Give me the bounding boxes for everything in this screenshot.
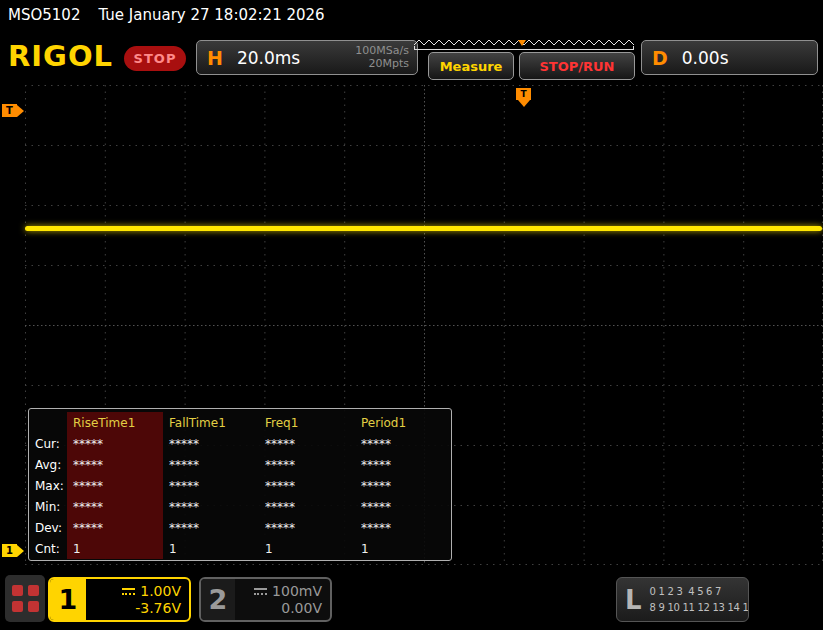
dc-coupling-icon bbox=[254, 588, 267, 595]
table-row: Cur: ***** ***** ***** ***** bbox=[33, 433, 451, 454]
row-label-cnt: Cnt: bbox=[33, 542, 67, 556]
model-name: MSO5102 bbox=[8, 6, 80, 24]
oscilloscope-screen: MSO5102 Tue January 27 18:02:21 2026 RIG… bbox=[0, 0, 823, 630]
table-row: Avg: ***** ***** ***** ***** bbox=[33, 454, 451, 475]
cell-value: ***** bbox=[355, 496, 447, 517]
cell-value: ***** bbox=[67, 496, 163, 517]
sample-rate: 100MSa/s bbox=[355, 45, 409, 58]
measure-col-period[interactable]: Period1 bbox=[355, 412, 447, 433]
cell-value: ***** bbox=[67, 475, 163, 496]
cell-value: ***** bbox=[259, 454, 355, 475]
channel1-waveform[interactable] bbox=[25, 226, 822, 231]
table-row: Max: ***** ***** ***** ***** bbox=[33, 475, 451, 496]
channel1-scale: 1.00V bbox=[140, 583, 181, 599]
row-label-cur: Cur: bbox=[33, 437, 67, 451]
cell-value: ***** bbox=[259, 475, 355, 496]
datetime: Tue January 27 18:02:21 2026 bbox=[98, 6, 324, 24]
measure-col-falltime[interactable]: FallTime1 bbox=[163, 412, 259, 433]
measure-button[interactable]: Measure bbox=[428, 52, 514, 80]
cell-value: 1 bbox=[355, 538, 447, 559]
channel2-offset: 0.00V bbox=[281, 600, 322, 616]
dc-coupling-icon bbox=[122, 588, 135, 595]
horizontal-settings-button[interactable]: H 20.0ms 100MSa/s 20Mpts bbox=[196, 40, 418, 75]
cell-value: ***** bbox=[259, 496, 355, 517]
channel1-offset: -3.76V bbox=[135, 600, 181, 616]
menu-grid-square bbox=[28, 585, 39, 596]
cell-value: ***** bbox=[67, 517, 163, 538]
cell-value: ***** bbox=[355, 517, 447, 538]
run-state-badge: STOP bbox=[124, 46, 186, 71]
cell-value: ***** bbox=[163, 496, 259, 517]
channel2-scale: 100mV bbox=[272, 583, 322, 599]
trigger-level-marker[interactable]: T bbox=[2, 104, 17, 117]
measurement-header-row: RiseTime1 FallTime1 Freq1 Period1 bbox=[33, 412, 451, 433]
cell-value: ***** bbox=[355, 454, 447, 475]
channel1-values: 1.00V -3.76V bbox=[86, 579, 189, 620]
table-row: Cnt: 1 1 1 1 bbox=[33, 538, 451, 559]
delay-settings-button[interactable]: D 0.00s bbox=[641, 40, 818, 75]
channel2-badge[interactable]: 2 100mV 0.00V bbox=[199, 577, 332, 622]
bottom-bar: 1 1.00V -3.76V 2 100mV 0.00V L bbox=[0, 565, 823, 630]
row-label-min: Min: bbox=[33, 500, 67, 514]
cell-value: ***** bbox=[259, 433, 355, 454]
measure-col-risetime[interactable]: RiseTime1 bbox=[67, 412, 163, 433]
measurement-table[interactable]: RiseTime1 FallTime1 Freq1 Period1 Cur: *… bbox=[28, 408, 452, 561]
cell-value: ***** bbox=[67, 454, 163, 475]
la-row1: 0 1 2 3 4 5 6 7 bbox=[650, 584, 749, 600]
table-row: Min: ***** ***** ***** ***** bbox=[33, 496, 451, 517]
la-row2: 8 9 10 11 12 13 14 15 bbox=[650, 600, 749, 616]
cell-value: ***** bbox=[355, 433, 447, 454]
la-label: L bbox=[625, 585, 642, 615]
cell-value: ***** bbox=[163, 475, 259, 496]
stop-run-button[interactable]: STOP/RUN bbox=[519, 52, 635, 80]
preview-zigzag-icon bbox=[414, 37, 635, 52]
cell-value: 1 bbox=[163, 538, 259, 559]
delay-value: 0.00s bbox=[682, 48, 729, 68]
menu-grid-square bbox=[12, 601, 23, 612]
cell-value: ***** bbox=[67, 433, 163, 454]
delay-d-icon: D bbox=[652, 47, 668, 69]
table-row: Dev: ***** ***** ***** ***** bbox=[33, 517, 451, 538]
cell-value: ***** bbox=[163, 433, 259, 454]
channel2-number: 2 bbox=[201, 579, 235, 620]
waveform-preview-strip[interactable] bbox=[414, 37, 635, 52]
la-channel-numbers: 0 1 2 3 4 5 6 7 8 9 10 11 12 13 14 15 bbox=[650, 584, 749, 615]
acquisition-info: 100MSa/s 20Mpts bbox=[355, 45, 409, 70]
logic-analyzer-badge[interactable]: L 0 1 2 3 4 5 6 7 8 9 10 11 12 13 14 15 bbox=[616, 577, 749, 622]
status-bar: MSO5102 Tue January 27 18:02:21 2026 bbox=[0, 0, 823, 30]
channel1-offset-marker[interactable]: 1 bbox=[2, 544, 17, 557]
memory-depth: 20Mpts bbox=[355, 58, 409, 71]
horizontal-h-icon: H bbox=[207, 47, 223, 69]
timebase-value: 20.0ms bbox=[237, 48, 300, 68]
menu-grid-square bbox=[28, 601, 39, 612]
row-label-avg: Avg: bbox=[33, 458, 67, 472]
row-label-max: Max: bbox=[33, 479, 67, 493]
row-label-dev: Dev: bbox=[33, 521, 67, 535]
cell-value: ***** bbox=[163, 454, 259, 475]
cell-value: ***** bbox=[355, 475, 447, 496]
measure-col-freq[interactable]: Freq1 bbox=[259, 412, 355, 433]
cell-value: ***** bbox=[259, 517, 355, 538]
trigger-position-marker[interactable]: T bbox=[516, 88, 531, 100]
channel1-badge[interactable]: 1 1.00V -3.76V bbox=[48, 577, 191, 622]
cell-value: 1 bbox=[259, 538, 355, 559]
rigol-logo: RIGOL bbox=[8, 39, 113, 73]
graticule: T T 1 RiseTime1 FallTime1 Freq1 Period1 … bbox=[0, 85, 823, 565]
cell-value: 1 bbox=[67, 538, 163, 559]
channel2-values: 100mV 0.00V bbox=[235, 579, 330, 620]
channel1-number: 1 bbox=[50, 579, 86, 620]
menu-grid-icon[interactable] bbox=[5, 575, 45, 622]
cell-value: ***** bbox=[163, 517, 259, 538]
menu-grid-square bbox=[12, 585, 23, 596]
